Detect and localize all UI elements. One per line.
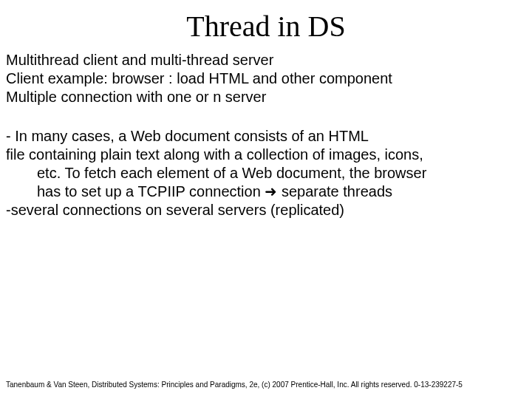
body-line-4b: separate threads: [277, 183, 392, 200]
slide: Thread in DS Multithread client and mult…: [0, 0, 532, 399]
body-line-1: - In many cases, a Web document consists…: [6, 127, 526, 146]
intro-block: Multithread client and multi-thread serv…: [6, 51, 526, 106]
intro-line-1: Multithread client and multi-thread serv…: [6, 51, 526, 69]
arrow-icon: ➜: [265, 183, 277, 200]
body-block: - In many cases, a Web document consists…: [6, 127, 526, 219]
body-line-3: etc. To fetch each element of a Web docu…: [6, 164, 526, 183]
intro-line-2: Client example: browser : load HTML and …: [6, 69, 526, 88]
body-line-4: has to set up a TCPIIP connection ➜ sepa…: [6, 183, 526, 201]
body-line-5: -several connections on several servers …: [6, 201, 526, 219]
body-line-4a: has to set up a TCPIIP connection: [37, 183, 265, 200]
body-line-2: file containing plain text along with a …: [6, 146, 526, 164]
intro-line-3: Multiple connection with one or n server: [6, 88, 526, 106]
footer-citation: Tanenbaum & Van Steen, Distributed Syste…: [6, 381, 463, 389]
slide-title: Thread in DS: [6, 9, 526, 44]
